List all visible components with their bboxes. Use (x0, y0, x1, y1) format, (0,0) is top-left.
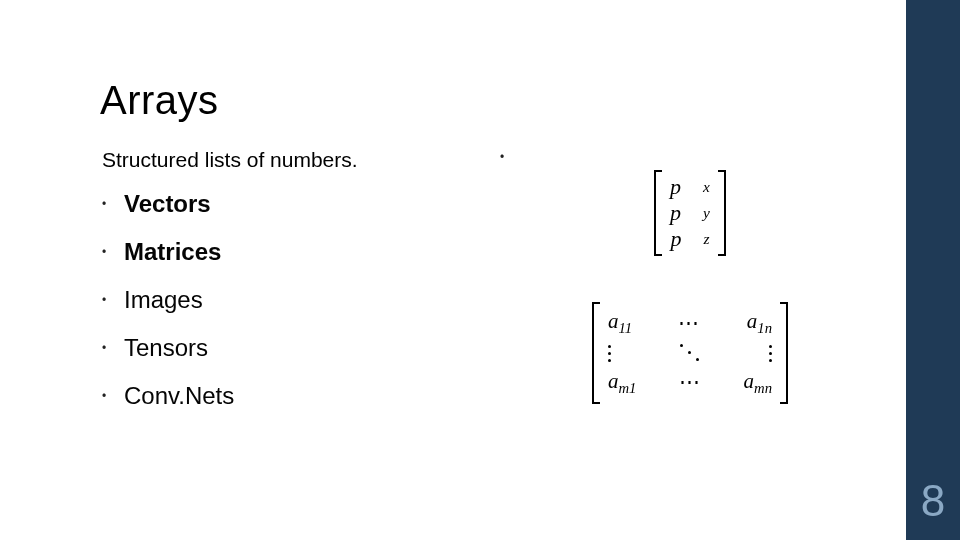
bullet-text: Images (124, 286, 203, 313)
bullet-text: Tensors (124, 334, 208, 361)
slide-subtitle: Structured lists of numbers. (102, 148, 358, 172)
left-bracket-icon (592, 302, 600, 404)
page-number: 8 (906, 476, 960, 526)
vector-bracket: px py pz (654, 170, 726, 256)
bullet-item: Conv.Nets (102, 384, 234, 408)
matrix-cell: amn (744, 369, 772, 397)
vdots-icon (608, 345, 611, 362)
matrix-row (608, 343, 772, 363)
slide-title: Arrays (100, 78, 219, 123)
hdots-icon: ⋯ (678, 311, 701, 336)
vector-cells: px py pz (662, 170, 718, 256)
bullet-item: Tensors (102, 336, 234, 360)
bullet-list: Vectors Matrices Images Tensors Conv.Net… (102, 192, 234, 432)
accent-sidebar (906, 0, 960, 540)
matrix-formula: a11 ⋯ a1n am1 ⋯ amn (520, 302, 860, 404)
matrix-cell: a1n (747, 309, 772, 337)
matrix-cell: a11 (608, 309, 632, 337)
bullet-item: Matrices (102, 240, 234, 264)
bullet-text: Conv.Nets (124, 382, 234, 409)
vector-row: pz (670, 226, 710, 252)
bullet-item: Vectors (102, 192, 234, 216)
formula-area: px py pz a11 ⋯ a1n (520, 170, 860, 404)
hdots-icon: ⋯ (679, 370, 702, 395)
vector-row: py (670, 200, 710, 226)
bullet-text: Matrices (124, 238, 221, 265)
slide: 8 Arrays Structured lists of numbers. Ve… (0, 0, 960, 540)
ddots-icon (678, 343, 702, 363)
vdots-icon (769, 345, 772, 362)
right-bracket-icon (718, 170, 726, 256)
matrix-row: a11 ⋯ a1n (608, 309, 772, 337)
matrix-cells: a11 ⋯ a1n am1 ⋯ amn (600, 302, 780, 404)
matrix-bracket: a11 ⋯ a1n am1 ⋯ amn (592, 302, 788, 404)
right-column-bullet: • (500, 150, 504, 164)
right-bracket-icon (780, 302, 788, 404)
vector-formula: px py pz (520, 170, 860, 256)
bullet-text: Vectors (124, 190, 211, 217)
bullet-item: Images (102, 288, 234, 312)
matrix-cell: am1 (608, 369, 636, 397)
left-bracket-icon (654, 170, 662, 256)
vector-row: px (670, 174, 710, 200)
matrix-row: am1 ⋯ amn (608, 369, 772, 397)
